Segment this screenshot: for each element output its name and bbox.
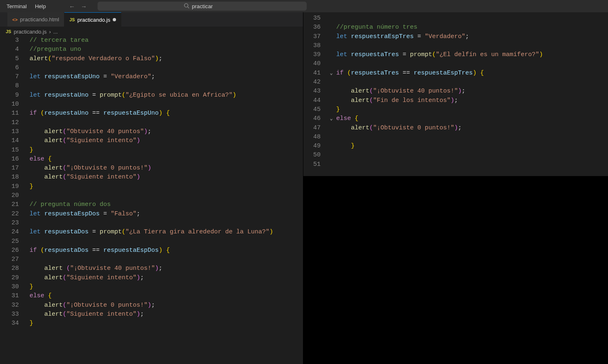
menubar: Terminal Help ← → bbox=[0, 0, 608, 12]
tab-practicando-js[interactable]: JS practicando.js bbox=[64, 12, 121, 27]
breadcrumb[interactable]: JS practicando.js › ... bbox=[0, 27, 303, 36]
chevron-right-icon: › bbox=[49, 29, 51, 35]
search-input[interactable] bbox=[192, 3, 221, 9]
breadcrumb-file: practicando.js bbox=[14, 29, 46, 35]
svg-point-0 bbox=[184, 3, 188, 7]
nav-forward-icon[interactable]: → bbox=[81, 3, 87, 10]
menu-terminal[interactable]: Terminal bbox=[3, 2, 30, 11]
breadcrumb-rest: ... bbox=[53, 29, 58, 35]
nav-arrows: ← → bbox=[69, 3, 87, 10]
svg-line-1 bbox=[188, 7, 189, 8]
right-fold-gutter[interactable]: ⌄ ⌄ bbox=[328, 14, 335, 176]
tab-practicando-html[interactable]: <> practicando.html bbox=[7, 12, 64, 27]
right-editor[interactable]: 3536373839404142434445464748495051 ⌄ ⌄ /… bbox=[303, 12, 608, 176]
right-line-gutter: 3536373839404142434445464748495051 bbox=[303, 14, 328, 176]
js-icon: JS bbox=[69, 17, 75, 22]
right-code-area[interactable]: //pregunta número treslet respuestraEspT… bbox=[335, 14, 608, 176]
main: <> practicando.html JS practicando.js JS… bbox=[0, 12, 608, 364]
tab-bar: <> practicando.html JS practicando.js bbox=[0, 12, 303, 27]
html-icon: <> bbox=[12, 17, 18, 22]
tab-label: practicando.html bbox=[20, 16, 59, 23]
command-center[interactable] bbox=[98, 2, 307, 11]
right-bottom-panel bbox=[303, 176, 608, 364]
search-icon bbox=[184, 3, 189, 10]
left-line-gutter: 3456789101112131415161718192021222324252… bbox=[0, 36, 28, 364]
menu-help[interactable]: Help bbox=[32, 2, 49, 11]
nav-back-icon[interactable]: ← bbox=[69, 3, 75, 10]
js-icon: JS bbox=[6, 29, 11, 34]
tab-label: practicando.js bbox=[77, 17, 110, 23]
left-editor-group: <> practicando.html JS practicando.js JS… bbox=[0, 12, 303, 364]
left-editor[interactable]: 3456789101112131415161718192021222324252… bbox=[0, 36, 303, 364]
left-code-area[interactable]: // tercera tarea//pregunta unoalert("res… bbox=[28, 36, 303, 364]
dirty-indicator-icon bbox=[113, 18, 116, 21]
right-editor-group: 3536373839404142434445464748495051 ⌄ ⌄ /… bbox=[303, 12, 608, 364]
